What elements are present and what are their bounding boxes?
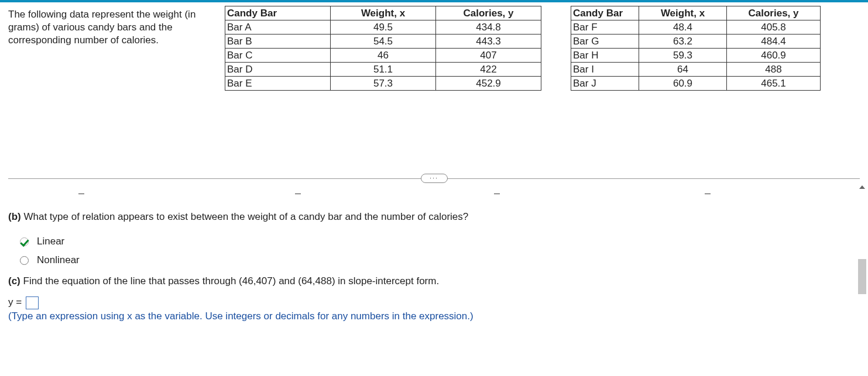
table-row: Bar B54.5443.3 <box>225 35 541 49</box>
answer-prefix: y = <box>8 296 22 308</box>
table-row: Bar C46407 <box>225 49 541 63</box>
question-c: (c) Find the equation of the line that p… <box>8 275 868 287</box>
table-row: Bar A49.5434.8 <box>225 20 541 35</box>
radio-unselected-icon <box>20 256 29 265</box>
option-nonlinear[interactable]: Nonlinear <box>20 251 868 270</box>
answer-hint: (Type an expression using x as the varia… <box>8 311 868 322</box>
option-label: Nonlinear <box>37 254 80 266</box>
hidden-content-indicator <box>8 184 868 206</box>
question-text: What type of relation appears to exist b… <box>21 211 469 222</box>
part-label: (c) <box>8 275 20 287</box>
expand-pill-button[interactable]: ··· <box>421 174 448 183</box>
question-b: (b) What type of relation appears to exi… <box>8 211 868 223</box>
data-table-2: Candy Bar Weight, x Calories, y Bar F48.… <box>571 6 821 91</box>
data-table-1: Candy Bar Weight, x Calories, y Bar A49.… <box>225 6 541 91</box>
problem-header: The following data represent the weight … <box>0 2 868 91</box>
section-divider: ··· <box>0 173 868 184</box>
intro-text: The following data represent the weight … <box>8 6 219 47</box>
data-tables: Candy Bar Weight, x Calories, y Bar A49.… <box>225 6 863 91</box>
col-header: Calories, y <box>727 6 821 20</box>
col-header: Weight, x <box>331 6 436 20</box>
col-header: Candy Bar <box>225 6 331 20</box>
table-row: Bar D51.1422 <box>225 63 541 77</box>
table-row: Bar F48.4405.8 <box>571 20 821 35</box>
table-row: Bar E57.3452.9 <box>225 77 541 91</box>
table-row: Bar G63.2484.4 <box>571 35 821 49</box>
option-linear[interactable]: Linear <box>20 232 868 251</box>
answer-row: y = <box>8 296 868 309</box>
table-row: Bar J60.9465.1 <box>571 77 821 91</box>
radio-selected-correct-icon <box>20 237 29 246</box>
answer-input[interactable] <box>26 296 39 309</box>
part-label: (b) <box>8 211 21 222</box>
options-group: Linear Nonlinear <box>20 232 868 270</box>
option-label: Linear <box>37 236 64 247</box>
scroll-thumb[interactable] <box>858 259 866 294</box>
col-header: Calories, y <box>436 6 541 20</box>
col-header: Candy Bar <box>571 6 639 20</box>
table-row: Bar H59.3460.9 <box>571 49 821 63</box>
question-text: Find the equation of the line that passe… <box>20 275 439 287</box>
table-row: Bar I64488 <box>571 63 821 77</box>
col-header: Weight, x <box>639 6 727 20</box>
